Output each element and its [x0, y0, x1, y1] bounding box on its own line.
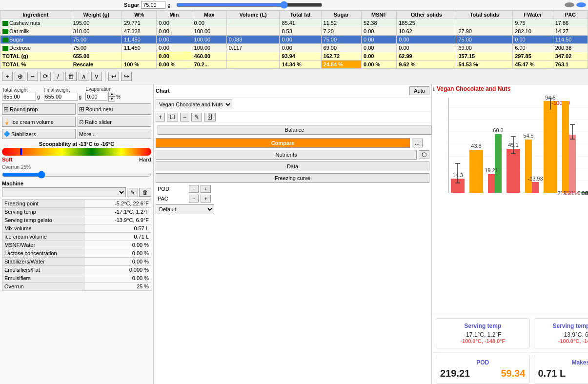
svg-text:43.8: 43.8 — [471, 143, 481, 149]
compare-more-btn[interactable]: ... — [412, 139, 423, 147]
svg-rect-27 — [488, 174, 495, 193]
nutrients-btn[interactable]: Nutrients — [156, 150, 417, 160]
table-row[interactable]: Sugar75.0011.4500.00100.000.0830.0075.00… — [0, 36, 588, 44]
chart-pencil-btn[interactable]: ✎ — [191, 113, 202, 121]
slash-btn[interactable]: / — [53, 72, 63, 81]
svg-rect-46 — [569, 135, 576, 193]
sugar-unit: g — [167, 2, 170, 8]
sugar-slider[interactable] — [176, 1, 323, 9]
evap-up[interactable]: ▲ — [108, 92, 115, 97]
round-near-icon: ⊞ — [79, 105, 84, 113]
evap-down[interactable]: ▼ — [108, 97, 115, 101]
svg-rect-45 — [562, 101, 569, 193]
add2-btn[interactable]: ⊕ — [15, 72, 25, 81]
svg-rect-31 — [507, 149, 520, 193]
pac-minus-btn[interactable]: − — [189, 195, 199, 202]
default-select[interactable]: Default — [156, 204, 214, 214]
nutrients-more-btn[interactable]: ⬡ — [419, 150, 429, 159]
pod-card: POD 219.21 59.34 — [436, 355, 530, 384]
balance-btn[interactable]: Balance — [158, 125, 431, 135]
overrun-slider[interactable] — [2, 171, 151, 179]
table-row[interactable]: Cashew nuts195.0029.7710.000.0085.4111.5… — [0, 19, 588, 27]
undo-btn[interactable]: ↩ — [108, 72, 119, 81]
chart-edit-btn[interactable]: ☐ — [167, 113, 178, 121]
chart-label: Chart — [156, 88, 170, 94]
chart-auto-btn[interactable]: Auto — [409, 86, 429, 95]
freezing-btn[interactable]: Freezing curve — [156, 173, 429, 183]
stats-row: Serving temp-17.1°C, 1.2°F — [2, 208, 151, 216]
machine-label: Machine — [2, 181, 151, 186]
col-pac: PAC — [553, 11, 588, 19]
round-near-btn[interactable]: ⊞ Round near — [78, 103, 151, 115]
stabilizers-icon: 🔷 — [3, 131, 10, 137]
chart-panel: Chart Auto Vegan Chocolate and Nuts + ☐ … — [154, 84, 432, 384]
svg-rect-25 — [469, 150, 483, 193]
evaporation-input[interactable] — [85, 93, 107, 101]
final-weight-input[interactable] — [44, 93, 78, 101]
compare-btn[interactable]: Compare — [156, 138, 410, 148]
serving-temp-gelato-sub: -100.0°C, -148.0°F — [538, 338, 588, 344]
redo-btn[interactable]: ↪ — [121, 72, 132, 81]
svg-text:19.21: 19.21 — [485, 167, 498, 173]
serving-temp-card: Serving temp -17.1°C, 1.2°F -100.0°C, -1… — [436, 318, 530, 348]
left-panel: Total weight g Final weight g Evaporatio… — [0, 84, 154, 384]
pac-label: PAC — [158, 196, 187, 202]
delete-btn[interactable]: 🗑 — [65, 72, 77, 81]
serving-temp-gelato-card: Serving temp gelato -13.9°C, 6.9°F -100.… — [534, 318, 588, 348]
svg-text:-13.93: -13.93 — [527, 176, 543, 182]
up-btn[interactable]: ∧ — [79, 72, 89, 81]
evap-unit: % — [116, 94, 121, 100]
chart-add-btn[interactable]: + — [156, 113, 165, 121]
remove-btn[interactable]: − — [27, 72, 38, 81]
machine-delete-btn[interactable]: 🗑 — [139, 188, 151, 197]
round-prop-icon: ⊞ — [3, 105, 9, 113]
table-row[interactable]: TOTAL (g)655.000.00460.0093.94162.720.00… — [0, 52, 588, 61]
stats-row: Overrun25 % — [2, 283, 151, 291]
chart-db-btn[interactable]: 🗄 — [204, 113, 216, 121]
soft-label: Soft — [2, 157, 12, 162]
serving-temp-title: Serving temp — [440, 323, 526, 329]
machine-select[interactable] — [2, 187, 126, 197]
table-row[interactable]: TOTAL %Rescale100 %0.00 %70.2...14.34 %2… — [0, 61, 588, 69]
table-row[interactable]: Oat milk310.0047.3280.00100.008.537.200.… — [0, 27, 588, 36]
sugar-input[interactable] — [141, 1, 165, 9]
ice-cream-volume-btn[interactable]: 🍦 Ice cream volume — [2, 117, 76, 127]
stats-row: Mix volume0.57 L — [2, 224, 151, 233]
stats-row: Ice cream volume0.71 L — [2, 233, 151, 241]
stats-row: MSNF/Water0.00 % — [2, 241, 151, 249]
chart-recipe-select[interactable]: Vegan Chocolate and Nuts — [156, 100, 232, 109]
svg-text:0.00: 0.00 — [585, 190, 588, 196]
evaporation-label: Evaporation — [85, 86, 121, 92]
table-row[interactable]: Dextrose75.0011.4500.00100.000.1170.0069… — [0, 44, 588, 52]
pac-plus-btn[interactable]: + — [201, 195, 210, 202]
col-fwater: FWater — [513, 11, 553, 19]
down-btn[interactable]: ∨ — [91, 72, 102, 81]
final-weight-unit: g — [79, 94, 82, 100]
total-weight-label: Total weight — [2, 87, 40, 93]
more-btn[interactable]: More... — [78, 129, 151, 139]
svg-text:54.5: 54.5 — [523, 133, 533, 139]
round-prop-btn[interactable]: ⊞ Round prop. — [2, 103, 76, 115]
data-btn[interactable]: Data — [156, 162, 429, 171]
stats-row: Lactose concentration0.00 % — [2, 249, 151, 258]
add-btn[interactable]: + — [2, 72, 13, 81]
ratio-slider-btn[interactable]: ⚖ Ratio slider — [78, 117, 151, 127]
makes-card: Makes 0.71 L 0.21 L — [534, 355, 588, 384]
svg-rect-36 — [525, 140, 532, 193]
pod-plus-btn[interactable]: + — [201, 185, 210, 193]
bar-chart: 0 10 20 30 40 50 60 70 80 90 100 — [432, 93, 588, 314]
serving-temp-gelato-main: -13.9°C, 6.9°F — [538, 331, 588, 338]
stabilizers-btn[interactable]: 🔷 Stabilizers — [2, 129, 76, 139]
chart-minus-btn[interactable]: − — [180, 113, 189, 121]
total-weight-input[interactable] — [2, 93, 36, 101]
col-ingredient: Ingredient — [0, 11, 71, 19]
svg-rect-40 — [544, 101, 557, 193]
makes-card-title: Makes — [538, 359, 588, 366]
col-max: Max — [192, 11, 226, 19]
pod-minus-btn[interactable]: − — [189, 185, 199, 193]
stats-row: Stabilizers/Water0.00 % — [2, 258, 151, 266]
machine-edit-btn[interactable]: ✎ — [127, 188, 138, 197]
makes-value1: 0.71 L — [538, 368, 566, 379]
cycle-btn[interactable]: ⟳ — [40, 72, 51, 81]
pod-value1: 219.21 — [440, 368, 470, 379]
